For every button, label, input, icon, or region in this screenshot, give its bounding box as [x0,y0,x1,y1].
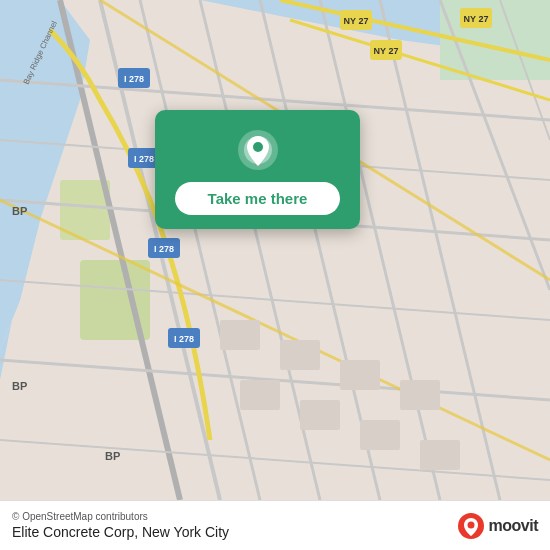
osm-attribution: © OpenStreetMap contributors [12,511,229,522]
svg-rect-47 [340,360,380,390]
svg-text:NY 27: NY 27 [374,46,399,56]
svg-rect-46 [280,340,320,370]
moovit-logo[interactable]: moovit [457,512,538,540]
svg-rect-49 [240,380,280,410]
moovit-brand-icon [457,512,485,540]
footer-bar: © OpenStreetMap contributors Elite Concr… [0,500,550,550]
svg-text:I 278: I 278 [134,154,154,164]
svg-text:I 278: I 278 [154,244,174,254]
map-background: I 278 I 278 I 278 I 278 NY 27 NY 27 NY 2… [0,0,550,500]
svg-rect-50 [300,400,340,430]
svg-point-55 [253,142,263,152]
take-me-there-button[interactable]: Take me there [175,182,340,215]
svg-text:I 278: I 278 [124,74,144,84]
svg-text:BP: BP [12,380,27,392]
svg-text:BP: BP [12,205,27,217]
svg-rect-51 [360,420,400,450]
svg-text:NY 27: NY 27 [464,14,489,24]
svg-text:I 278: I 278 [174,334,194,344]
moovit-text: moovit [489,517,538,535]
location-pin-icon [236,128,280,172]
svg-rect-48 [400,380,440,410]
svg-rect-45 [220,320,260,350]
footer-left: © OpenStreetMap contributors Elite Concr… [12,511,229,540]
svg-rect-52 [420,440,460,470]
svg-text:NY 27: NY 27 [344,16,369,26]
map-container: I 278 I 278 I 278 I 278 NY 27 NY 27 NY 2… [0,0,550,500]
svg-point-57 [467,521,474,528]
popup-card: Take me there [155,110,360,229]
location-label: Elite Concrete Corp, New York City [12,524,229,540]
svg-text:BP: BP [105,450,120,462]
